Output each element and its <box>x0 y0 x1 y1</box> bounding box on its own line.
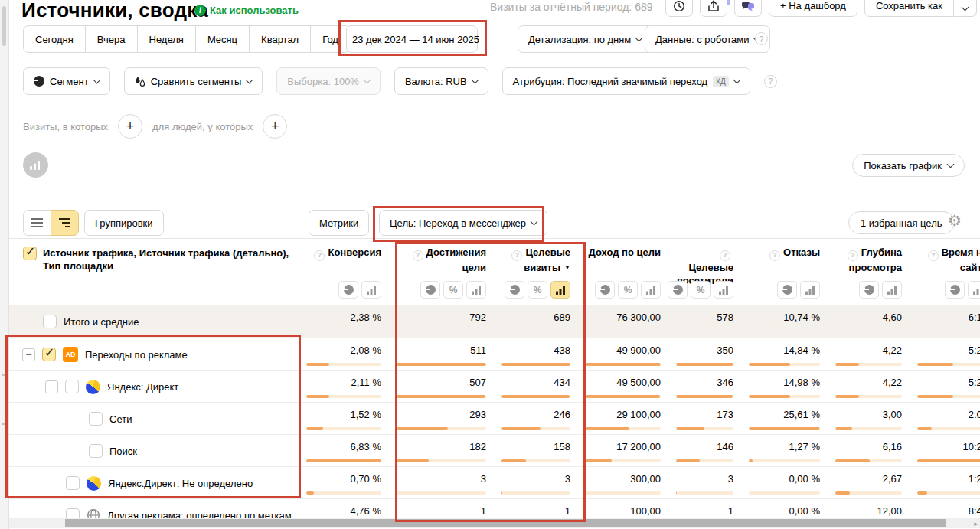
tab-today[interactable]: Сегодня <box>23 25 86 53</box>
add-visit-condition-button[interactable]: + <box>118 114 142 139</box>
data-mode-dropdown[interactable]: Данные: с роботами <box>645 25 770 53</box>
tree-view-button[interactable] <box>51 210 79 236</box>
column-header-label[interactable]: ?Конверсия <box>314 246 381 261</box>
export-button[interactable] <box>700 0 727 17</box>
detalization-dropdown[interactable]: Детализация: по дням <box>518 25 652 53</box>
horizontal-scrollbar[interactable]: ▸ <box>9 518 980 528</box>
row-checkbox[interactable] <box>66 476 80 490</box>
tab-year[interactable]: Год <box>310 25 351 53</box>
sidebar-scroll-thumb[interactable] <box>2 6 6 46</box>
bars-toggle[interactable] <box>714 281 733 299</box>
bars-toggle[interactable] <box>641 281 661 299</box>
bars-toggle[interactable] <box>550 281 570 299</box>
help-icon[interactable]: ? <box>511 250 522 261</box>
collapsed-sidebar[interactable] <box>0 0 9 529</box>
select-all-checkbox[interactable] <box>23 247 37 260</box>
sort-desc-icon[interactable]: ▼ <box>564 264 570 271</box>
percent-toggle[interactable]: % <box>443 281 463 299</box>
column-header-label[interactable]: ?Целевые визиты▼ <box>501 246 570 274</box>
pie-chart-icon <box>864 285 874 295</box>
bars-toggle[interactable] <box>882 281 902 299</box>
history-button[interactable] <box>665 0 693 17</box>
feedback-button[interactable] <box>734 0 762 17</box>
sampling-dropdown[interactable]: Выборка: 100% <box>276 67 381 95</box>
show-graph-button[interactable]: Показать график <box>852 154 965 177</box>
help-icon[interactable]: ? <box>769 250 780 261</box>
column-header-label[interactable]: ?Время на сайте <box>917 246 980 274</box>
compare-segments-dropdown[interactable]: Сравнить сегменты <box>124 67 263 95</box>
column-header-label[interactable]: ?Достижения цели <box>397 246 486 274</box>
bars-toggle[interactable] <box>466 281 486 299</box>
list-view-button[interactable] <box>23 210 51 236</box>
favorite-goal-pill[interactable]: 1 избранная цель <box>848 211 955 234</box>
pie-toggle[interactable] <box>945 281 965 299</box>
help-icon[interactable]: ? <box>848 250 858 261</box>
row-label[interactable]: Яндекс.Директ: Не определено <box>108 478 253 489</box>
metric-bar <box>501 395 570 398</box>
row-expander[interactable]: – <box>45 380 58 393</box>
pie-toggle[interactable] <box>777 281 797 299</box>
bars-toggle[interactable] <box>800 281 820 299</box>
row-label[interactable]: Поиск <box>109 446 137 457</box>
row-checkbox[interactable] <box>42 348 56 361</box>
percent-toggle[interactable]: % <box>528 281 547 299</box>
percent-toggle[interactable]: % <box>618 281 638 299</box>
chart-toggle-circle[interactable] <box>23 152 48 178</box>
metric-cell: 76 300,00 <box>578 305 668 338</box>
bars-toggle[interactable] <box>968 281 980 299</box>
save-as-button[interactable]: Сохранить как <box>864 0 954 17</box>
help-icon[interactable]: ? <box>314 250 325 261</box>
help-icon[interactable]: ? <box>413 250 423 261</box>
tab-week[interactable]: Неделя <box>137 25 196 53</box>
add-to-dashboard-button[interactable]: + На дашборд <box>769 0 858 17</box>
metric-cell: 158 <box>494 435 578 467</box>
bars-toggle[interactable] <box>361 281 381 299</box>
save-as-menu-button[interactable] <box>954 0 977 17</box>
tab-month[interactable]: Месяц <box>195 25 250 53</box>
row-label[interactable]: Яндекс: Директ <box>107 381 178 393</box>
row-label[interactable]: Сети <box>109 413 132 425</box>
help-icon[interactable]: ? <box>764 75 777 88</box>
pie-toggle[interactable] <box>668 281 688 299</box>
help-icon[interactable]: ? <box>755 32 768 45</box>
how-to-use-link[interactable]: i Как использовать <box>194 5 299 16</box>
add-people-condition-button[interactable]: + <box>263 114 287 139</box>
segment-dropdown[interactable]: Сегмент <box>23 67 110 95</box>
scrollbar-arrow-icon[interactable]: ▸ <box>974 520 978 527</box>
metric-bar <box>917 459 980 462</box>
attribution-dropdown[interactable]: Атрибуция: Последний значимый переход КД <box>502 67 750 95</box>
pie-toggle[interactable] <box>338 281 358 299</box>
pie-toggle[interactable] <box>859 281 879 299</box>
column-header-label[interactable]: ?Глубина просмотра <box>835 246 902 274</box>
metric-bar-fill <box>501 459 526 462</box>
date-range-button[interactable]: 23 дек 2024 — 14 июн 2025 <box>346 25 478 53</box>
row-checkbox[interactable] <box>89 412 103 426</box>
metrics-button[interactable]: Метрики <box>309 210 369 236</box>
column-header-label[interactable]: ?Отказы <box>769 246 820 261</box>
pie-toggle[interactable] <box>420 281 440 299</box>
tab-yesterday[interactable]: Вчера <box>85 25 138 53</box>
tab-quarter[interactable]: Квартал <box>249 25 311 53</box>
percent-toggle[interactable]: % <box>691 281 710 299</box>
scrollbar-thumb[interactable] <box>65 519 946 527</box>
row-checkbox[interactable] <box>65 380 79 393</box>
currency-dropdown[interactable]: Валюта: RUB <box>394 67 488 95</box>
groupings-button[interactable]: Группировки <box>84 210 164 236</box>
dimension-header-label[interactable]: Источник трафика, Источник трафика (дета… <box>43 247 296 273</box>
metric-value: 10,74 % <box>783 312 820 323</box>
metric-cell: 49 500,00 <box>578 371 668 403</box>
row-label[interactable]: Переходы по рекламе <box>85 349 188 361</box>
metric-cell: 14,98 % <box>741 371 828 403</box>
help-icon[interactable]: ? <box>720 250 730 261</box>
goal-dropdown[interactable]: Цель: Переход в мессенджер <box>379 210 547 236</box>
row-expander[interactable]: – <box>22 348 35 361</box>
metric-cell: 507 <box>389 371 494 403</box>
row-checkbox[interactable] <box>43 315 57 328</box>
pie-toggle[interactable] <box>505 281 524 299</box>
pie-toggle[interactable] <box>595 281 615 299</box>
row-label[interactable]: Итого и средние <box>64 316 139 328</box>
gear-icon[interactable]: ⚙ <box>948 213 962 228</box>
row-checkbox[interactable] <box>89 444 103 458</box>
help-icon[interactable]: ? <box>928 250 939 261</box>
column-header-label[interactable]: Доход по цели <box>589 246 661 259</box>
